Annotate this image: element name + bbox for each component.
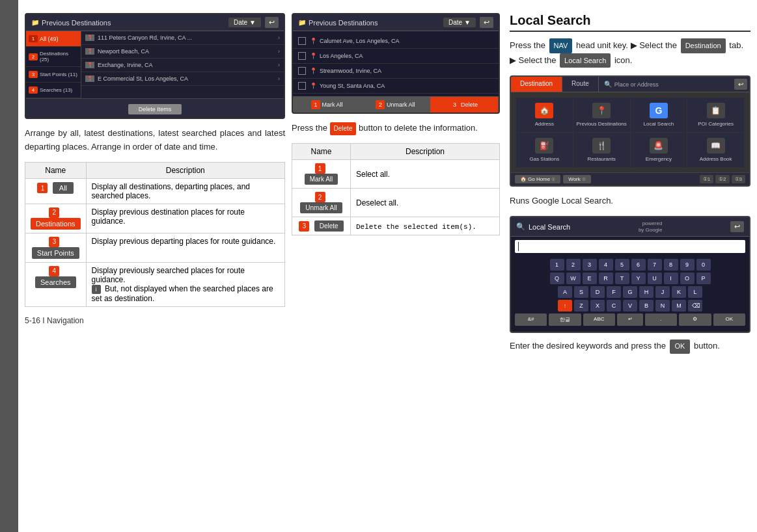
go-home-button[interactable]: 🏠 Go Home ① (515, 175, 560, 183)
nav-icon-prev-destinations[interactable]: 📍 Previous Destinations (573, 98, 630, 132)
key-abc[interactable]: ABC (583, 313, 615, 326)
unmark-all-screen-btn[interactable]: 2 Unmark All (361, 97, 430, 113)
key-z[interactable]: Z (574, 300, 588, 312)
key-c[interactable]: C (607, 300, 621, 312)
nav-icon-gas[interactable]: ⛽ Gas Stations (516, 133, 573, 167)
work-button[interactable]: Work ① (563, 175, 591, 183)
num-btn-3[interactable]: ①3 (732, 175, 745, 183)
startpoints-button[interactable]: Start Points (32, 247, 79, 259)
key-a[interactable]: A (558, 286, 572, 298)
key-shift[interactable]: ↑ (558, 300, 572, 312)
date-dropdown-2[interactable]: Date ▼ (443, 18, 476, 27)
key-y[interactable]: Y (631, 273, 646, 284)
checkbox[interactable] (298, 82, 306, 90)
mark-all-screen-btn[interactable]: 1 Mark All (293, 97, 361, 113)
nav-icon-local-search[interactable]: G Local Search (631, 98, 687, 132)
key-settings[interactable]: ⚙ (679, 313, 711, 326)
key-9[interactable]: 9 (680, 259, 695, 271)
key-dot[interactable]: . (645, 313, 677, 326)
delete-items-button[interactable]: Delete Items (128, 104, 182, 114)
nav-icon-emergency[interactable]: 🚨 Emergency (631, 133, 687, 167)
ls-back-button[interactable]: ↩ (730, 221, 744, 232)
list-item[interactable]: 📍 Newport Beach, CA › (81, 45, 284, 59)
destinations-button[interactable]: Destinations (31, 218, 81, 230)
nav-icon-addressbook[interactable]: 📖 Address Book (687, 133, 744, 167)
key-w[interactable]: W (566, 273, 581, 284)
key-7[interactable]: 7 (648, 259, 662, 271)
checkbox[interactable] (298, 67, 306, 75)
searches-button[interactable]: Searches (35, 276, 76, 288)
key-i[interactable]: I (664, 273, 678, 284)
key-k[interactable]: K (672, 286, 686, 298)
num-btn-2[interactable]: ①2 (715, 175, 729, 183)
nav-icon-address[interactable]: 🏠 Address (516, 98, 573, 132)
key-f[interactable]: F (607, 286, 621, 298)
key-2[interactable]: 2 (566, 259, 581, 271)
marks-item[interactable]: 📍 Los Angeles, CA (293, 49, 499, 64)
back-button-1[interactable]: ↩ (265, 17, 279, 28)
key-x[interactable]: X (590, 300, 605, 312)
destination-tab[interactable]: Destination (511, 77, 562, 92)
sidebar-item-destinations[interactable]: 2 Destinations (25) (26, 47, 81, 67)
destination-tab-button[interactable]: Destination (681, 38, 726, 53)
key-n[interactable]: N (655, 300, 670, 312)
key-8[interactable]: 8 (664, 259, 678, 271)
marks-item[interactable]: 📍 Young St, Santa Ana, CA (293, 79, 499, 94)
nav-back-button[interactable]: ↩ (734, 79, 747, 90)
key-3[interactable]: 3 (583, 259, 597, 271)
marks-item[interactable]: 📍 Calumet Ave, Los Angeles, CA (293, 34, 499, 49)
num-btn-1[interactable]: ①1 (700, 175, 713, 183)
key-5[interactable]: 5 (615, 259, 629, 271)
sidebar-item-searches[interactable]: 4 Searches (13) (26, 83, 81, 98)
marks-item[interactable]: 📍 Streamwood, Irvine, CA (293, 64, 499, 79)
key-ok[interactable]: OK (713, 313, 745, 326)
key-p[interactable]: P (696, 273, 711, 284)
key-4[interactable]: 4 (599, 259, 613, 271)
key-v[interactable]: V (623, 300, 637, 312)
nav-icon-restaurants[interactable]: 🍴 Restaurants (573, 133, 630, 167)
sidebar-item-all[interactable]: 1 All (49) (26, 31, 81, 47)
delete-screen-btn[interactable]: 3 Delete (430, 97, 499, 113)
key-b[interactable]: B (639, 300, 654, 312)
list-item[interactable]: 📍 Exchange, Irvine, CA › (81, 59, 284, 72)
key-l[interactable]: L (688, 286, 702, 298)
key-m[interactable]: M (672, 300, 686, 312)
key-o[interactable]: O (680, 273, 695, 284)
list-item[interactable]: 📍 111 Peters Canyon Rd, Irvine, CA ... › (81, 31, 284, 45)
key-r[interactable]: R (599, 273, 613, 284)
key-backspace[interactable]: ⌫ (688, 300, 702, 312)
local-search-label: Local Search (644, 121, 674, 127)
ls-input-bar[interactable] (515, 240, 745, 253)
key-e[interactable]: E (583, 273, 597, 284)
key-h[interactable]: H (639, 286, 654, 298)
key-t[interactable]: T (615, 273, 629, 284)
key-q[interactable]: Q (550, 273, 564, 284)
key-6[interactable]: 6 (631, 259, 646, 271)
list-item[interactable]: 📍 E Commercial St, Los Angeles, CA › (81, 72, 284, 86)
nav-icon-poi[interactable]: 📋 POI Categories (687, 98, 744, 132)
ok-inline-button[interactable]: OK (670, 339, 691, 354)
key-d[interactable]: D (590, 286, 605, 298)
delete-button[interactable]: Delete (314, 220, 344, 232)
key-g[interactable]: G (623, 286, 637, 298)
delete-inline-button[interactable]: Delete (330, 122, 357, 135)
checkbox[interactable] (298, 52, 306, 60)
mark-all-button[interactable]: Mark All (305, 174, 338, 185)
key-s[interactable]: S (574, 286, 588, 298)
key-j[interactable]: J (655, 286, 670, 298)
back-button-2[interactable]: ↩ (480, 17, 493, 28)
sidebar-item-startpoints[interactable]: 3 Start Points (11) (26, 67, 81, 83)
key-1[interactable]: 1 (550, 259, 564, 271)
nav-button[interactable]: NAV (549, 38, 573, 53)
key-0[interactable]: 0 (696, 259, 711, 271)
route-tab[interactable]: Route (562, 77, 599, 92)
unmark-all-button[interactable]: Unmark All (300, 202, 342, 213)
key-space[interactable]: ↵ (617, 313, 643, 326)
key-hangul[interactable]: 한글 (549, 313, 581, 326)
date-dropdown-1[interactable]: Date ▼ (228, 18, 261, 27)
local-search-button[interactable]: Local Search (560, 53, 611, 68)
checkbox[interactable] (298, 37, 306, 45)
key-u[interactable]: U (648, 273, 662, 284)
all-button[interactable]: All (53, 182, 74, 194)
key-ampersand[interactable]: &# (515, 313, 547, 326)
